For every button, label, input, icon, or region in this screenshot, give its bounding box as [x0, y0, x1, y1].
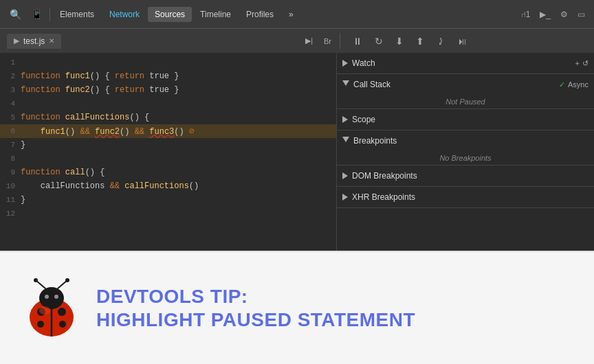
- code-line-9: 9 function call() {: [0, 166, 336, 179]
- file-tab-close-button[interactable]: ✕: [49, 37, 54, 45]
- code-lines: 1 2 function func1() { return true } 3 f…: [0, 53, 336, 223]
- console-icon[interactable]: ▶_: [536, 8, 554, 21]
- pause-on-exception-button[interactable]: ⏯: [453, 33, 471, 49]
- line-number: 4: [0, 100, 21, 108]
- watch-header[interactable]: Watch + ↺: [337, 53, 594, 73]
- watch-actions: + ↺: [575, 59, 588, 68]
- watch-triangle-icon: [342, 60, 348, 67]
- line-number: 9: [0, 168, 21, 177]
- breakpoints-header[interactable]: Breakpoints: [337, 130, 594, 151]
- line-content: callFunctions && callFunctions(): [21, 181, 199, 191]
- tab-profiles[interactable]: Profiles: [239, 7, 280, 22]
- debug-toolbar: ▶ test.js ✕ ▶| Br ⏸ ↻ ⬇ ⬆ ⤸ ⏯: [0, 28, 594, 53]
- line-content: }: [21, 140, 25, 150]
- code-editor[interactable]: 1 2 function func1() { return true } 3 f…: [0, 53, 337, 251]
- tab-network[interactable]: Network: [102, 7, 146, 22]
- line-content: }: [21, 195, 25, 205]
- svg-point-12: [54, 295, 58, 299]
- breakpoints-triangle-icon: [342, 137, 349, 146]
- xhr-breakpoints-section: XHR Breakpoints: [337, 187, 594, 208]
- breakpoints-status: No Breakpoints: [337, 151, 594, 165]
- scope-triangle-icon: [342, 116, 348, 123]
- line-content: func1() && func2() && func3() ⊘: [21, 126, 195, 137]
- line-number: 6: [0, 127, 21, 135]
- tip-section: DevTools Tip: Highlight Paused Statement: [0, 251, 594, 364]
- watch-add-button[interactable]: +: [575, 59, 580, 68]
- breakpoints-section: Breakpoints No Breakpoints: [337, 130, 594, 166]
- watch-refresh-button[interactable]: ↺: [582, 59, 588, 68]
- mobile-icon[interactable]: 📱: [27, 6, 47, 23]
- file-tab[interactable]: ▶ test.js ✕: [7, 34, 61, 49]
- watch-section: Watch + ↺: [337, 53, 594, 74]
- debug-format-icon[interactable]: ▶|: [301, 34, 317, 48]
- toolbar-separator: [50, 8, 50, 21]
- line-number: 7: [0, 141, 21, 149]
- debug-controls-right: ⏸ ↻ ⬇ ⬆ ⤸ ⏯: [340, 33, 591, 49]
- pause-button[interactable]: ⏸: [349, 33, 366, 49]
- dock-icon[interactable]: ▭: [574, 8, 588, 21]
- line-content: function func2() { return true }: [21, 85, 179, 95]
- line-content: function func1() { return true }: [21, 71, 179, 81]
- code-line-8: 8: [0, 152, 336, 166]
- svg-point-6: [59, 321, 66, 328]
- code-line-4: 4: [0, 97, 336, 111]
- thread-indicator[interactable]: ⑁1: [518, 8, 534, 21]
- svg-point-9: [34, 278, 38, 282]
- tab-timeline[interactable]: Timeline: [193, 7, 238, 22]
- deactivate-breakpoints-button[interactable]: ⤸: [432, 33, 449, 49]
- ladybug-icon: [21, 277, 82, 339]
- code-line-10: 10 callFunctions && callFunctions(): [0, 179, 336, 193]
- svg-point-10: [65, 278, 69, 282]
- svg-point-11: [45, 295, 49, 299]
- dom-breakpoints-header[interactable]: DOM Breakpoints: [337, 166, 594, 186]
- main-area: 1 2 function func1() { return true } 3 f…: [0, 53, 594, 251]
- settings-icon[interactable]: ⚙: [557, 8, 571, 21]
- dom-breakpoints-section: DOM Breakpoints: [337, 166, 594, 187]
- tab-elements[interactable]: Elements: [53, 7, 101, 22]
- step-over-button[interactable]: ↻: [371, 33, 387, 49]
- svg-point-13: [39, 306, 50, 315]
- scope-header[interactable]: Scope: [337, 109, 594, 130]
- line-number: 8: [0, 155, 21, 163]
- debug-pretty-print-icon[interactable]: Br: [320, 34, 336, 48]
- line-number: 5: [0, 113, 21, 122]
- file-run-icon: ▶: [14, 36, 19, 45]
- line-content: function callFunctions() {: [21, 113, 149, 122]
- watch-label: Watch: [352, 58, 571, 68]
- code-line-2: 2 function func1() { return true }: [0, 69, 336, 83]
- step-into-button[interactable]: ⬇: [391, 33, 408, 49]
- step-out-button[interactable]: ⬆: [412, 33, 428, 49]
- svg-point-4: [58, 308, 66, 316]
- call-stack-status: Not Paused: [337, 95, 594, 109]
- code-line-11: 11 }: [0, 193, 336, 207]
- call-stack-header[interactable]: Call Stack ✓ Async: [337, 74, 594, 95]
- line-content: function call() {: [21, 168, 104, 177]
- async-label: Async: [568, 80, 588, 89]
- breakpoints-label: Breakpoints: [353, 136, 588, 146]
- line-number: 2: [0, 72, 21, 80]
- line-number: 3: [0, 86, 21, 94]
- async-checkbox-area[interactable]: ✓ Async: [559, 80, 588, 89]
- scope-section: Scope: [337, 109, 594, 130]
- code-line-3: 3 function func2() { return true }: [0, 83, 336, 97]
- line-number: 12: [0, 209, 21, 218]
- main-toolbar: 🔍 📱 Elements Network Sources Timeline Pr…: [0, 0, 594, 28]
- code-line-12: 12: [0, 207, 336, 220]
- search-icon[interactable]: 🔍: [6, 6, 25, 23]
- tab-more[interactable]: »: [282, 7, 300, 22]
- right-panel: Watch + ↺ Call Stack ✓ Async Not Paused: [337, 53, 594, 251]
- call-stack-section: Call Stack ✓ Async Not Paused: [337, 74, 594, 109]
- debug-controls-left: ▶ test.js ✕ ▶| Br: [3, 34, 340, 49]
- tip-text-container: DevTools Tip: Highlight Paused Statement: [96, 285, 415, 331]
- checkmark-icon: ✓: [559, 80, 565, 89]
- dom-breakpoints-label: DOM Breakpoints: [352, 171, 588, 181]
- code-line-5: 5 function callFunctions() {: [0, 111, 336, 124]
- code-line-1: 1: [0, 56, 336, 69]
- file-tab-name: test.js: [23, 36, 45, 46]
- code-line-6: 6 func1() && func2() && func3() ⊘: [0, 124, 336, 138]
- xhr-breakpoints-header[interactable]: XHR Breakpoints: [337, 187, 594, 207]
- call-stack-label: Call Stack: [353, 80, 555, 89]
- dom-breakpoints-triangle-icon: [342, 172, 348, 179]
- tab-sources[interactable]: Sources: [148, 7, 192, 22]
- call-stack-triangle-icon: [342, 80, 349, 89]
